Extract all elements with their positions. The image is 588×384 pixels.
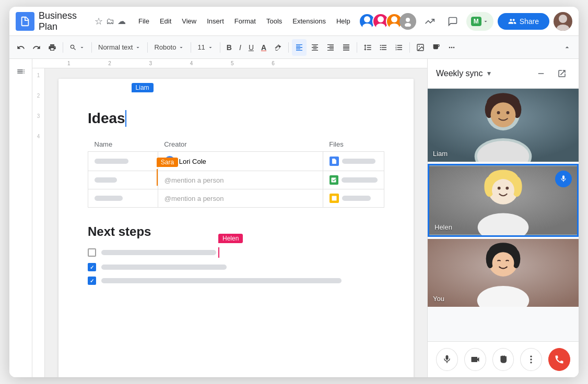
align-center-button[interactable] <box>308 39 322 56</box>
bullet-list-button[interactable] <box>376 39 391 56</box>
numbered-list-button[interactable] <box>392 39 406 56</box>
doc-area: 1 2 3 4 5 6 1 2 3 4 <box>32 59 427 377</box>
meet-icon[interactable]: M <box>466 12 493 31</box>
justify-button[interactable] <box>339 39 354 56</box>
table-row: Lori Cole <box>88 152 384 171</box>
italic-button[interactable]: I <box>236 39 244 56</box>
helen-feed-name: Helen <box>434 223 452 231</box>
title-icons: ☆ 🗂 ☁ <box>95 16 126 27</box>
menu-tools[interactable]: Tools <box>262 15 286 27</box>
camera-button[interactable] <box>464 348 486 371</box>
svg-point-41 <box>531 356 532 357</box>
separator-2 <box>91 42 92 53</box>
cloud-icon[interactable]: ☁ <box>117 16 126 26</box>
raise-hand-button[interactable] <box>492 348 514 371</box>
doc-scroll[interactable]: Ideas Liam <box>45 68 427 377</box>
svg-rect-14 <box>332 196 336 201</box>
checkbox-item-1: Helen <box>88 247 384 258</box>
ruler-num-1: 1 <box>37 73 40 78</box>
cell-files-1 <box>323 152 384 171</box>
comment-icon[interactable] <box>443 12 462 31</box>
col-name: Name <box>88 137 158 152</box>
print-button[interactable] <box>45 39 60 56</box>
redo-button[interactable] <box>29 39 44 56</box>
name-bar-1 <box>95 159 128 164</box>
highlight-button[interactable] <box>271 39 285 56</box>
video-feed-helen: Helen <box>428 164 579 237</box>
bold-button[interactable]: B <box>224 39 235 56</box>
cell-files-3 <box>323 189 384 208</box>
alignment-buttons <box>292 39 354 56</box>
folder-icon[interactable]: 🗂 <box>106 17 114 26</box>
collapse-toolbar-button[interactable] <box>560 39 574 56</box>
text-color-button[interactable]: A <box>258 39 269 56</box>
align-left-button[interactable] <box>292 39 307 56</box>
avatar-chat[interactable] <box>399 13 416 30</box>
speaking-indicator <box>555 171 572 187</box>
meeting-dropdown-icon: ▼ <box>486 70 492 77</box>
align-right-button[interactable] <box>323 39 338 56</box>
style-label: Normal text <box>98 43 133 51</box>
helen-tag: Helen <box>218 234 243 243</box>
menu-help[interactable]: Help <box>332 15 355 27</box>
menu-extensions[interactable]: Extensions <box>288 15 330 27</box>
size-dropdown[interactable]: 11 <box>194 41 216 53</box>
name-bar-2 <box>95 177 117 183</box>
expand-video-button[interactable] <box>554 65 570 82</box>
checkbox-3[interactable] <box>88 277 96 285</box>
sara-tag: Sara <box>157 158 178 167</box>
cell-creator-3: @mention a person <box>158 189 323 208</box>
separator-1 <box>63 42 63 53</box>
checkbox-1[interactable] <box>88 248 96 257</box>
separator-5 <box>220 42 220 53</box>
star-icon[interactable]: ☆ <box>95 16 103 27</box>
line-spacing-button[interactable] <box>360 39 375 56</box>
trending-icon[interactable] <box>420 12 439 31</box>
svg-point-43 <box>531 362 532 363</box>
creator-cell-1: Lori Cole <box>164 156 316 166</box>
video-feed-you: You <box>428 239 579 307</box>
toolbar: Normal text Roboto 11 B I U A <box>9 36 579 59</box>
zoom-dropdown[interactable] <box>66 42 88 53</box>
doc-content: Ideas Liam <box>88 104 384 285</box>
svg-point-39 <box>492 252 514 274</box>
menu-format[interactable]: Format <box>230 15 260 27</box>
underline-button[interactable]: U <box>245 39 257 56</box>
svg-point-7 <box>405 23 411 27</box>
checkbox-item-3 <box>88 277 384 285</box>
next-steps-section: Next steps <box>88 224 384 285</box>
insert-image-button[interactable] <box>413 39 428 56</box>
undo2-button[interactable] <box>429 39 443 56</box>
checkbox-2[interactable] <box>88 263 96 271</box>
style-dropdown[interactable]: Normal text <box>95 41 144 53</box>
ruler-top: 1 2 3 4 5 6 <box>32 59 427 68</box>
font-dropdown[interactable]: Roboto <box>151 41 187 53</box>
menu-view[interactable]: View <box>178 15 201 27</box>
left-panel <box>9 59 32 377</box>
share-label: Share <box>520 17 539 26</box>
outline-button[interactable] <box>13 63 29 80</box>
svg-point-3 <box>376 23 385 29</box>
menu-file[interactable]: File <box>134 15 154 27</box>
top-bar-right: M Share <box>359 12 572 31</box>
menu-insert[interactable]: Insert <box>203 15 228 27</box>
undo-button[interactable] <box>14 39 28 56</box>
file-cell-2 <box>330 175 378 185</box>
menu-edit[interactable]: Edit <box>156 15 175 27</box>
meeting-title[interactable]: Weekly sync ▼ <box>436 69 492 78</box>
more-button[interactable] <box>444 41 459 54</box>
user-avatar[interactable] <box>554 12 572 31</box>
minimize-video-button[interactable] <box>533 65 549 82</box>
end-call-button[interactable] <box>548 348 570 371</box>
more-options-button[interactable] <box>520 348 542 371</box>
cb-line-2 <box>101 265 227 270</box>
share-button[interactable]: Share <box>498 13 549 30</box>
font-label: Roboto <box>154 43 176 51</box>
svg-point-0 <box>364 16 370 22</box>
meeting-title-text: Weekly sync <box>436 69 483 78</box>
file-cell-3 <box>330 194 378 203</box>
mic-button[interactable] <box>436 348 458 371</box>
svg-point-5 <box>390 23 399 29</box>
avatar-group <box>359 13 416 30</box>
doc-title: Business Plan <box>39 10 88 32</box>
